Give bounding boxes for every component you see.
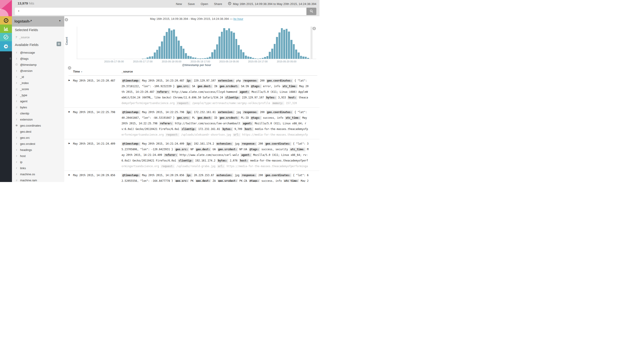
field-item-geosrcdest[interactable]: tgeo.srcdest bbox=[15, 141, 35, 147]
histogram-bar[interactable] bbox=[185, 53, 187, 59]
histogram-bar[interactable] bbox=[238, 45, 240, 59]
histogram-bar[interactable] bbox=[233, 33, 235, 59]
collapse-chart-button[interactable] bbox=[68, 66, 71, 70]
histogram-bar[interactable] bbox=[283, 30, 285, 59]
histogram-bar[interactable] bbox=[288, 32, 290, 59]
histogram-bar[interactable] bbox=[281, 28, 283, 59]
field-item-bytes[interactable]: #bytes bbox=[15, 104, 27, 110]
histogram-bar[interactable] bbox=[183, 49, 185, 59]
histogram-bar[interactable] bbox=[195, 58, 197, 59]
histogram-bar[interactable] bbox=[247, 56, 249, 59]
histogram-bar[interactable] bbox=[245, 56, 247, 59]
histogram-bar[interactable] bbox=[218, 36, 220, 59]
histogram-bar[interactable] bbox=[271, 49, 273, 59]
field-item-index[interactable]: t_index bbox=[15, 80, 29, 86]
expand-row-icon[interactable]: ▶ bbox=[69, 142, 70, 144]
histogram-bar[interactable] bbox=[159, 46, 161, 59]
field-item-type[interactable]: t_type bbox=[15, 92, 27, 98]
open-button[interactable]: Open bbox=[201, 2, 208, 6]
field-item-geocoordinates[interactable]: geo.coordinates bbox=[15, 122, 41, 128]
column-header-time[interactable]: Time ▼ bbox=[73, 70, 83, 73]
histogram-bar[interactable] bbox=[190, 56, 192, 59]
histogram-bar[interactable] bbox=[298, 52, 300, 59]
histogram-bar[interactable] bbox=[202, 58, 204, 59]
histogram-bar[interactable] bbox=[278, 32, 280, 59]
histogram-bar[interactable] bbox=[242, 52, 244, 59]
histogram-bar[interactable] bbox=[269, 52, 271, 59]
histogram-bar[interactable] bbox=[161, 42, 163, 59]
histogram-bar[interactable] bbox=[307, 58, 309, 59]
histogram-bar[interactable] bbox=[206, 58, 209, 59]
histogram-bar[interactable] bbox=[154, 52, 156, 59]
histogram-bar[interactable] bbox=[266, 56, 268, 59]
field-item-host[interactable]: thost bbox=[15, 153, 26, 159]
histogram-bar[interactable] bbox=[166, 32, 168, 59]
field-item-version[interactable]: t@version bbox=[15, 68, 33, 74]
histogram-bar[interactable] bbox=[204, 58, 206, 59]
histogram-bar[interactable] bbox=[171, 30, 173, 59]
histogram-bar[interactable] bbox=[290, 40, 292, 59]
histogram-bar[interactable] bbox=[295, 50, 297, 59]
histogram-bar[interactable] bbox=[305, 57, 307, 59]
field-item-ip[interactable]: tip bbox=[15, 159, 22, 165]
histogram-bar[interactable] bbox=[192, 58, 194, 59]
histogram-bar[interactable] bbox=[187, 56, 189, 59]
histogram-bar[interactable] bbox=[252, 58, 254, 59]
nav-visualize[interactable] bbox=[0, 24, 12, 33]
histogram[interactable] bbox=[77, 26, 314, 59]
histogram-bar[interactable] bbox=[163, 36, 165, 59]
histogram-bar[interactable] bbox=[144, 58, 146, 59]
histogram-bar[interactable] bbox=[149, 56, 151, 59]
histogram-bar[interactable] bbox=[216, 44, 218, 59]
histogram-bar[interactable] bbox=[223, 28, 225, 59]
histogram-bar[interactable] bbox=[286, 29, 288, 59]
histogram-bar[interactable] bbox=[254, 58, 257, 59]
field-item-timestamp[interactable]: @timestamp bbox=[15, 62, 37, 68]
histogram-bar[interactable] bbox=[221, 32, 223, 59]
field-item-headings[interactable]: theadings bbox=[15, 147, 32, 153]
field-item-score[interactable]: #_score bbox=[15, 86, 29, 92]
histogram-bar[interactable] bbox=[276, 37, 278, 59]
histogram-bar[interactable] bbox=[264, 57, 266, 59]
histogram-bar[interactable] bbox=[302, 56, 304, 59]
save-button[interactable]: Save bbox=[188, 2, 195, 6]
histogram-bar[interactable] bbox=[262, 58, 264, 59]
histogram-bar[interactable] bbox=[293, 44, 295, 59]
histogram-bar[interactable] bbox=[250, 57, 252, 59]
histogram-bar[interactable] bbox=[175, 36, 177, 59]
field-item-geosrc[interactable]: tgeo.src bbox=[15, 135, 30, 141]
collapse-sidebar-button[interactable] bbox=[65, 18, 68, 22]
field-item-tags[interactable]: t@tags bbox=[15, 56, 29, 62]
histogram-bar[interactable] bbox=[230, 31, 232, 59]
histogram-bar[interactable] bbox=[156, 50, 158, 59]
histogram-bar[interactable] bbox=[235, 39, 237, 59]
expand-row-icon[interactable]: ▶ bbox=[69, 110, 70, 113]
interval-link[interactable]: by hour bbox=[233, 17, 243, 20]
histogram-bar[interactable] bbox=[259, 58, 261, 59]
expand-row-icon[interactable]: ▶ bbox=[69, 79, 70, 81]
field-settings-button[interactable]: ⚙ bbox=[57, 42, 61, 46]
kibana-logo[interactable] bbox=[0, 0, 12, 16]
histogram-bar[interactable] bbox=[197, 58, 199, 59]
field-item-id[interactable]: t_id bbox=[15, 74, 24, 80]
histogram-bar[interactable] bbox=[168, 28, 170, 59]
field-item-message[interactable]: t@message bbox=[15, 50, 35, 56]
field-item-clientip[interactable]: tclientip bbox=[15, 110, 29, 116]
histogram-bar[interactable] bbox=[240, 50, 242, 59]
expand-row-icon[interactable]: ▶ bbox=[69, 174, 70, 176]
search-button[interactable] bbox=[306, 8, 316, 15]
histogram-bar[interactable] bbox=[211, 52, 213, 59]
histogram-bar[interactable] bbox=[300, 56, 302, 59]
histogram-bar[interactable] bbox=[178, 40, 180, 59]
histogram-bar[interactable] bbox=[228, 28, 230, 59]
field-item-source[interactable]: ? _source bbox=[15, 36, 30, 39]
new-button[interactable]: New bbox=[176, 2, 182, 6]
histogram-bar[interactable] bbox=[209, 57, 211, 59]
histogram-bar[interactable] bbox=[147, 58, 149, 59]
histogram-bar[interactable] bbox=[226, 30, 228, 59]
field-item-geodest[interactable]: tgeo.dest bbox=[15, 128, 31, 135]
histogram-bar[interactable] bbox=[173, 30, 175, 59]
histogram-bar[interactable] bbox=[274, 44, 276, 59]
histogram-bar[interactable] bbox=[152, 56, 154, 59]
histogram-bar[interactable] bbox=[180, 46, 182, 59]
